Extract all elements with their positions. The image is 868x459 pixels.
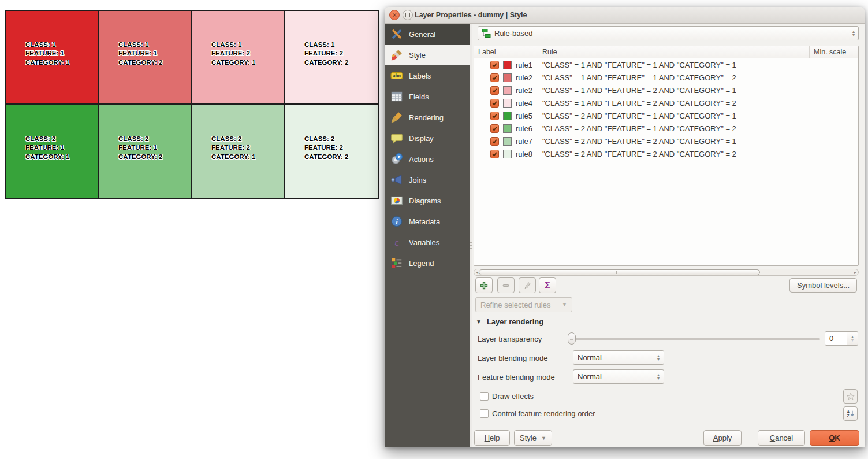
count-features-button[interactable]: Σ: [539, 277, 556, 293]
actions-icon: [390, 153, 403, 165]
symbol-levels-button[interactable]: Symbol levels...: [789, 278, 857, 293]
map-canvas[interactable]: CLASS: 1FEATURE: 1CATEGORY: 1 CLASS: 1FE…: [5, 10, 379, 199]
sidebar-item-actions[interactable]: Actions: [385, 149, 470, 169]
collapse-triangle-icon: ▼: [476, 319, 482, 325]
map-feature-cell[interactable]: CLASS: 1FEATURE: 2CATEGORY: 1: [192, 11, 285, 105]
spinbox-arrows-icon[interactable]: ▴▾: [847, 331, 858, 346]
rule-row[interactable]: rule8 "CLASS" = 2 AND "FEATURE" = 2 AND …: [474, 147, 858, 160]
rule-expression: "CLASS" = 1 AND "FEATURE" = 2 AND "CATEG…: [542, 99, 736, 108]
map-feature-cell[interactable]: CLASS: 1FEATURE: 1CATEGORY: 2: [99, 11, 192, 105]
scroll-left-icon[interactable]: ◂: [476, 269, 478, 275]
rule-color-swatch: [503, 137, 512, 146]
transparency-slider[interactable]: [572, 338, 820, 340]
labels-icon: abc: [390, 69, 403, 82]
rule-checkbox[interactable]: [490, 61, 499, 69]
control-order-checkbox[interactable]: [480, 409, 489, 418]
map-feature-cell[interactable]: CLASS: 2FEATURE: 2CATEGORY: 1: [192, 105, 285, 198]
rule-expression: "CLASS" = 2 AND "FEATURE" = 1 AND "CATEG…: [542, 112, 736, 120]
variables-icon: ε: [390, 236, 403, 249]
rule-row[interactable]: rule1 "CLASS" = 1 AND "FEATURE" = 1 AND …: [474, 58, 858, 71]
column-header-min-scale[interactable]: Min. scale: [809, 46, 858, 58]
rule-checkbox[interactable]: [490, 73, 499, 82]
remove-rule-icon: [501, 281, 511, 290]
rule-checkbox[interactable]: [490, 137, 499, 146]
combobox-spinner-icon[interactable]: ▴▾: [657, 354, 660, 361]
style-icon: [390, 49, 403, 61]
draw-effects-checkbox[interactable]: [480, 392, 489, 401]
transparency-value[interactable]: 0: [825, 331, 847, 346]
sidebar-item-display[interactable]: Display: [385, 128, 470, 149]
cancel-button[interactable]: Cancel: [758, 430, 805, 446]
remove-rule-button[interactable]: [497, 277, 515, 293]
rule-color-swatch: [503, 99, 512, 108]
map-feature-cell[interactable]: CLASS: 2FEATURE: 1CATEGORY: 1: [6, 105, 99, 198]
scrollbar-thumb[interactable]: [479, 269, 760, 275]
sidebar-item-general[interactable]: General: [385, 24, 470, 45]
combobox-spinner-icon[interactable]: ▴▾: [852, 30, 855, 37]
sidebar-item-style[interactable]: Style: [385, 45, 472, 65]
rule-checkbox[interactable]: [490, 150, 499, 158]
feature-label: CLASS: 1FEATURE: 2CATEGORY: 2: [304, 40, 378, 68]
apply-button[interactable]: Apply: [703, 430, 742, 446]
sidebar-item-labels[interactable]: abc Labels: [385, 65, 470, 86]
layer-blending-combobox[interactable]: Normal ▴▾: [573, 350, 664, 365]
map-feature-cell[interactable]: CLASS: 1FEATURE: 1CATEGORY: 1: [6, 11, 99, 105]
feature-label: CLASS: 1FEATURE: 1CATEGORY: 1: [25, 40, 98, 68]
style-menu-button[interactable]: Style▼: [514, 430, 552, 446]
map-feature-cell[interactable]: CLASS: 2FEATURE: 1CATEGORY: 2: [99, 105, 192, 198]
scroll-right-icon[interactable]: ▸: [854, 269, 856, 275]
legend-icon: [390, 257, 403, 269]
rule-row[interactable]: rule2 "CLASS" = 1 AND "FEATURE" = 1 AND …: [474, 71, 858, 84]
effects-options-button[interactable]: [843, 389, 858, 404]
rule-checkbox[interactable]: [490, 86, 499, 95]
screen: { "map": { "cells": [ {"color":"#d92629"…: [0, 0, 868, 459]
rule-color-swatch: [503, 61, 512, 69]
rule-row[interactable]: rule4 "CLASS" = 1 AND "FEATURE" = 2 AND …: [474, 97, 858, 109]
rule-color-swatch: [503, 86, 512, 95]
map-feature-cell[interactable]: CLASS: 1FEATURE: 2CATEGORY: 2: [285, 11, 378, 105]
combobox-spinner-icon[interactable]: ▴▾: [657, 373, 660, 380]
sidebar-item-rendering[interactable]: Rendering: [385, 107, 470, 128]
general-icon: [390, 28, 403, 40]
close-icon[interactable]: ✕: [389, 10, 400, 20]
sidebar-item-joins[interactable]: Joins: [385, 169, 470, 190]
rendering-order-button[interactable]: AZ: [843, 406, 858, 421]
layer-rendering-section-header[interactable]: ▼ Layer rendering: [476, 317, 543, 326]
add-rule-button[interactable]: [475, 277, 493, 293]
draw-effects-label: Draw effects: [492, 392, 534, 401]
star-effects-icon: [846, 392, 855, 401]
display-icon: [390, 132, 403, 145]
rule-row[interactable]: rule2 "CLASS" = 1 AND "FEATURE" = 2 AND …: [474, 84, 858, 97]
sidebar-item-variables[interactable]: ε Variables: [385, 232, 470, 253]
rule-row[interactable]: rule6 "CLASS" = 2 AND "FEATURE" = 1 AND …: [474, 122, 858, 135]
sidebar-item-diagrams[interactable]: Diagrams: [385, 190, 470, 211]
rules-table-header: Label Rule Min. scale: [474, 46, 858, 58]
restore-icon[interactable]: [403, 10, 413, 20]
sidebar-item-fields[interactable]: Fields: [385, 86, 470, 107]
rule-color-swatch: [503, 73, 512, 82]
titlebar[interactable]: ✕ Layer Properties - dummy | Style: [385, 7, 865, 24]
rule-checkbox[interactable]: [490, 112, 499, 120]
rule-checkbox[interactable]: [490, 124, 499, 133]
feature-label: CLASS: 2FEATURE: 1CATEGORY: 1: [25, 135, 98, 162]
horizontal-scrollbar[interactable]: ◂ ▸: [474, 269, 859, 276]
rule-row[interactable]: rule5 "CLASS" = 2 AND "FEATURE" = 1 AND …: [474, 109, 858, 122]
sidebar-item-metadata[interactable]: i Metadata: [385, 211, 470, 232]
transparency-spinbox[interactable]: 0 ▴▾: [825, 331, 858, 346]
help-button[interactable]: Help: [474, 430, 510, 446]
sidebar-item-legend[interactable]: Legend: [385, 253, 470, 273]
joins-icon: [390, 173, 403, 186]
rule-row[interactable]: rule7 "CLASS" = 2 AND "FEATURE" = 2 AND …: [474, 135, 858, 147]
transparency-slider-handle[interactable]: [568, 332, 576, 345]
refine-selected-rules-dropdown[interactable]: Refine selected rules ▼: [475, 297, 572, 312]
rules-rows: rule1 "CLASS" = 1 AND "FEATURE" = 1 AND …: [474, 58, 858, 265]
rule-checkbox[interactable]: [490, 99, 499, 108]
map-feature-cell[interactable]: CLASS: 2FEATURE: 2CATEGORY: 2: [285, 105, 378, 198]
feature-blending-combobox[interactable]: Normal ▴▾: [573, 369, 664, 384]
column-header-rule[interactable]: Rule: [538, 46, 809, 58]
column-header-label[interactable]: Label: [474, 46, 538, 58]
sidebar: General Style abc Labels Fields Renderin…: [385, 24, 470, 447]
renderer-type-combobox[interactable]: Rule-based ▴▾: [478, 26, 859, 40]
edit-rule-button[interactable]: [519, 277, 536, 293]
ok-button[interactable]: OK: [810, 430, 859, 446]
